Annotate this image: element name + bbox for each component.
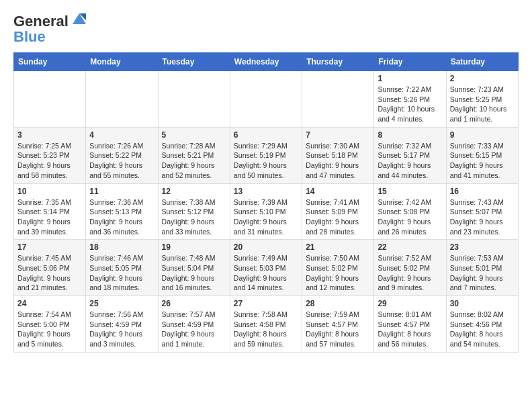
day-number: 23 [450, 242, 515, 252]
day-number: 17 [17, 242, 82, 252]
day-number: 1 [378, 74, 442, 83]
table-row: 24Sunrise: 7:54 AM Sunset: 5:00 PM Dayli… [14, 296, 86, 353]
day-number: 2 [450, 74, 515, 83]
day-info: Sunrise: 7:45 AM Sunset: 5:06 PM Dayligh… [17, 253, 82, 293]
day-info: Sunrise: 7:35 AM Sunset: 5:14 PM Dayligh… [17, 197, 82, 237]
day-info: Sunrise: 7:43 AM Sunset: 5:07 PM Dayligh… [450, 197, 515, 237]
day-number: 29 [378, 299, 442, 308]
day-number: 30 [450, 299, 515, 308]
day-info: Sunrise: 7:54 AM Sunset: 5:00 PM Dayligh… [17, 310, 82, 349]
table-row: 3Sunrise: 7:25 AM Sunset: 5:23 PM Daylig… [14, 127, 86, 183]
table-row: 18Sunrise: 7:46 AM Sunset: 5:05 PM Dayli… [86, 240, 158, 296]
day-info: Sunrise: 7:49 AM Sunset: 5:03 PM Dayligh… [234, 253, 298, 293]
day-info: Sunrise: 7:56 AM Sunset: 4:59 PM Dayligh… [89, 310, 154, 349]
day-info: Sunrise: 7:28 AM Sunset: 5:21 PM Dayligh… [162, 141, 226, 181]
day-number: 28 [306, 299, 370, 308]
col-friday: Friday [374, 53, 446, 71]
day-number: 9 [450, 130, 515, 140]
table-row: 1Sunrise: 7:22 AM Sunset: 5:26 PM Daylig… [374, 71, 446, 128]
day-number: 24 [17, 299, 82, 308]
table-row: 5Sunrise: 7:28 AM Sunset: 5:21 PM Daylig… [158, 127, 230, 183]
table-row: 25Sunrise: 7:56 AM Sunset: 4:59 PM Dayli… [86, 296, 158, 353]
table-row: 23Sunrise: 7:53 AM Sunset: 5:01 PM Dayli… [446, 240, 518, 296]
day-info: Sunrise: 7:38 AM Sunset: 5:12 PM Dayligh… [162, 197, 226, 237]
day-info: Sunrise: 7:42 AM Sunset: 5:08 PM Dayligh… [378, 197, 442, 237]
day-number: 26 [162, 299, 226, 308]
day-info: Sunrise: 7:46 AM Sunset: 5:05 PM Dayligh… [89, 253, 154, 293]
table-row [302, 71, 374, 128]
day-info: Sunrise: 7:52 AM Sunset: 5:02 PM Dayligh… [378, 253, 442, 293]
day-number: 27 [234, 299, 298, 308]
calendar-week-row: 24Sunrise: 7:54 AM Sunset: 5:00 PM Dayli… [14, 296, 519, 353]
day-number: 6 [234, 130, 298, 140]
day-info: Sunrise: 7:53 AM Sunset: 5:01 PM Dayligh… [450, 253, 515, 293]
table-row: 4Sunrise: 7:26 AM Sunset: 5:22 PM Daylig… [86, 127, 158, 183]
calendar-header-row: Sunday Monday Tuesday Wednesday Thursday… [14, 53, 519, 71]
table-row: 20Sunrise: 7:49 AM Sunset: 5:03 PM Dayli… [230, 240, 302, 296]
day-info: Sunrise: 8:02 AM Sunset: 4:56 PM Dayligh… [450, 310, 515, 349]
table-row: 7Sunrise: 7:30 AM Sunset: 5:18 PM Daylig… [302, 127, 374, 183]
table-row: 9Sunrise: 7:33 AM Sunset: 5:15 PM Daylig… [446, 127, 518, 183]
day-number: 11 [89, 187, 154, 196]
table-row: 19Sunrise: 7:48 AM Sunset: 5:04 PM Dayli… [158, 240, 230, 296]
table-row: 8Sunrise: 7:32 AM Sunset: 5:17 PM Daylig… [374, 127, 446, 183]
calendar-week-row: 3Sunrise: 7:25 AM Sunset: 5:23 PM Daylig… [14, 127, 519, 183]
table-row: 6Sunrise: 7:29 AM Sunset: 5:19 PM Daylig… [230, 127, 302, 183]
table-row: 12Sunrise: 7:38 AM Sunset: 5:12 PM Dayli… [158, 183, 230, 240]
table-row: 29Sunrise: 8:01 AM Sunset: 4:57 PM Dayli… [374, 296, 446, 353]
day-info: Sunrise: 7:41 AM Sunset: 5:09 PM Dayligh… [306, 197, 370, 237]
day-info: Sunrise: 7:29 AM Sunset: 5:19 PM Dayligh… [234, 141, 298, 181]
table-row: 10Sunrise: 7:35 AM Sunset: 5:14 PM Dayli… [14, 183, 86, 240]
table-row: 14Sunrise: 7:41 AM Sunset: 5:09 PM Dayli… [302, 183, 374, 240]
day-info: Sunrise: 7:26 AM Sunset: 5:22 PM Dayligh… [89, 141, 154, 181]
day-number: 12 [162, 187, 226, 196]
day-number: 13 [234, 187, 298, 196]
day-info: Sunrise: 8:01 AM Sunset: 4:57 PM Dayligh… [378, 310, 442, 349]
day-info: Sunrise: 7:36 AM Sunset: 5:13 PM Dayligh… [89, 197, 154, 237]
day-info: Sunrise: 7:30 AM Sunset: 5:18 PM Dayligh… [306, 141, 370, 181]
page-header: General Blue [13, 11, 519, 46]
day-info: Sunrise: 7:48 AM Sunset: 5:04 PM Dayligh… [162, 253, 226, 293]
calendar-table: Sunday Monday Tuesday Wednesday Thursday… [13, 52, 519, 353]
table-row: 16Sunrise: 7:43 AM Sunset: 5:07 PM Dayli… [446, 183, 518, 240]
day-number: 22 [378, 242, 442, 252]
day-info: Sunrise: 7:33 AM Sunset: 5:15 PM Dayligh… [450, 141, 515, 181]
day-info: Sunrise: 7:25 AM Sunset: 5:23 PM Dayligh… [17, 141, 82, 181]
table-row [86, 71, 158, 128]
day-number: 21 [306, 242, 370, 252]
day-number: 16 [450, 187, 515, 196]
logo: General Blue [13, 11, 89, 46]
day-info: Sunrise: 7:50 AM Sunset: 5:02 PM Dayligh… [306, 253, 370, 293]
day-number: 15 [378, 187, 442, 196]
logo-icon [70, 11, 89, 30]
table-row: 26Sunrise: 7:57 AM Sunset: 4:59 PM Dayli… [158, 296, 230, 353]
table-row [230, 71, 302, 128]
table-row: 28Sunrise: 7:59 AM Sunset: 4:57 PM Dayli… [302, 296, 374, 353]
table-row [158, 71, 230, 128]
col-thursday: Thursday [302, 53, 374, 71]
day-info: Sunrise: 7:32 AM Sunset: 5:17 PM Dayligh… [378, 141, 442, 181]
day-number: 8 [378, 130, 442, 140]
table-row: 30Sunrise: 8:02 AM Sunset: 4:56 PM Dayli… [446, 296, 518, 353]
day-number: 4 [89, 130, 154, 140]
calendar-week-row: 1Sunrise: 7:22 AM Sunset: 5:26 PM Daylig… [14, 71, 519, 128]
day-number: 20 [234, 242, 298, 252]
table-row: 21Sunrise: 7:50 AM Sunset: 5:02 PM Dayli… [302, 240, 374, 296]
col-wednesday: Wednesday [230, 53, 302, 71]
table-row: 17Sunrise: 7:45 AM Sunset: 5:06 PM Dayli… [14, 240, 86, 296]
day-number: 19 [162, 242, 226, 252]
table-row: 27Sunrise: 7:58 AM Sunset: 4:58 PM Dayli… [230, 296, 302, 353]
day-number: 18 [89, 242, 154, 252]
col-monday: Monday [86, 53, 158, 71]
calendar-week-row: 17Sunrise: 7:45 AM Sunset: 5:06 PM Dayli… [14, 240, 519, 296]
table-row: 22Sunrise: 7:52 AM Sunset: 5:02 PM Dayli… [374, 240, 446, 296]
col-sunday: Sunday [14, 53, 86, 71]
day-info: Sunrise: 7:57 AM Sunset: 4:59 PM Dayligh… [162, 310, 226, 349]
table-row: 15Sunrise: 7:42 AM Sunset: 5:08 PM Dayli… [374, 183, 446, 240]
day-info: Sunrise: 7:58 AM Sunset: 4:58 PM Dayligh… [234, 310, 298, 349]
day-info: Sunrise: 7:59 AM Sunset: 4:57 PM Dayligh… [306, 310, 370, 349]
table-row: 2Sunrise: 7:23 AM Sunset: 5:25 PM Daylig… [446, 71, 518, 128]
calendar-week-row: 10Sunrise: 7:35 AM Sunset: 5:14 PM Dayli… [14, 183, 519, 240]
day-number: 10 [17, 187, 82, 196]
col-tuesday: Tuesday [158, 53, 230, 71]
